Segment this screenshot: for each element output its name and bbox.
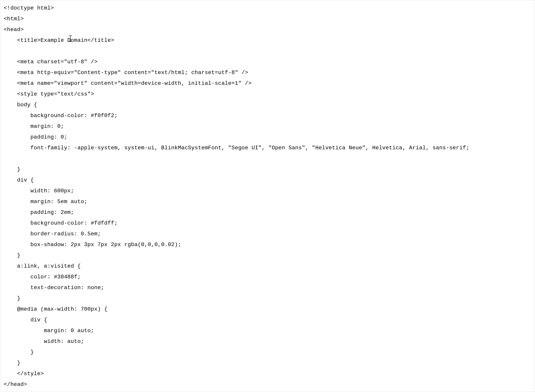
source-code-block[interactable]: <!doctype html> <html> <head> <title>Exa… xyxy=(0,0,535,392)
code-viewer-panel: <!doctype html> <html> <head> <title>Exa… xyxy=(0,0,535,392)
